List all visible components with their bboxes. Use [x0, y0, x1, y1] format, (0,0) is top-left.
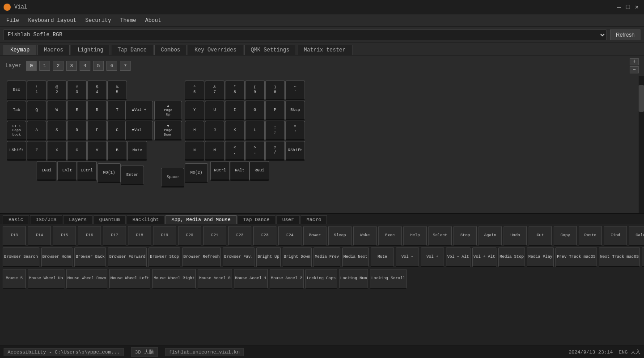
grid-key-0-21[interactable]: Cut: [529, 226, 552, 246]
key-F[interactable]: F: [87, 121, 107, 141]
key-slash[interactable]: ? /: [265, 141, 285, 161]
key-I[interactable]: I: [225, 101, 245, 120]
grid-key-2-5[interactable]: Mouse Accel 0: [198, 269, 232, 289]
menu-about[interactable]: About: [140, 16, 165, 26]
tab-matrix-tester[interactable]: Matrix tester: [297, 45, 352, 55]
key-Y[interactable]: Y: [185, 101, 204, 120]
layer-button-5[interactable]: 5: [93, 61, 104, 71]
layer-add-button[interactable]: +: [630, 58, 639, 65]
key-Q[interactable]: Q: [27, 101, 47, 120]
taskbar-item-vial[interactable]: f1shlab_unicorne_vial.kn: [165, 348, 244, 356]
key-VolUp[interactable]: ▲Vol +: [125, 101, 153, 120]
key-K[interactable]: K: [225, 121, 245, 141]
grid-key-1-1[interactable]: Browser Home: [41, 247, 73, 267]
key-X[interactable]: X: [47, 141, 67, 161]
grid-key-0-2[interactable]: F15: [53, 226, 76, 246]
layer-remove-button[interactable]: −: [630, 66, 639, 73]
grid-key-0-9[interactable]: F22: [228, 226, 251, 246]
key-2[interactable]: @ 2: [47, 81, 67, 100]
key-Bksp[interactable]: Bksp: [285, 101, 305, 120]
bottom-tab-quantum[interactable]: Quantum: [93, 215, 126, 224]
grid-key-0-19[interactable]: Again: [479, 226, 502, 246]
layer-button-7[interactable]: 7: [120, 61, 131, 71]
grid-key-1-20[interactable]: Eject: [642, 247, 644, 267]
key-Mute[interactable]: Mute: [127, 141, 147, 161]
grid-key-0-18[interactable]: Stop: [453, 226, 477, 246]
layer-button-2[interactable]: 2: [53, 61, 64, 71]
grid-key-2-4[interactable]: Mouse Wheel Right: [152, 269, 196, 289]
key-7[interactable]: & 7: [205, 81, 225, 100]
key-3[interactable]: # 3: [67, 81, 87, 100]
grid-key-0-0[interactable]: F13: [3, 226, 26, 246]
grid-key-0-8[interactable]: F21: [203, 226, 226, 246]
grid-key-1-18[interactable]: Prev Track macOS: [555, 247, 597, 267]
key-S[interactable]: S: [47, 121, 67, 141]
close-button[interactable]: ✕: [633, 4, 640, 11]
grid-key-1-3[interactable]: Browser Forward: [108, 247, 147, 267]
layer-button-6[interactable]: 6: [106, 61, 117, 71]
key-LT1CapsLock[interactable]: LT 1 Caps Lock: [7, 121, 26, 141]
key-R[interactable]: R: [87, 101, 107, 120]
key-A[interactable]: A: [27, 121, 47, 141]
bottom-tab-iso-jis[interactable]: ISO/JIS: [30, 215, 62, 224]
key-P[interactable]: P: [265, 101, 285, 120]
grid-key-0-5[interactable]: F18: [128, 226, 151, 246]
grid-key-2-0[interactable]: Mouse 5: [3, 269, 26, 289]
tab-tap-dance[interactable]: Tap Dance: [111, 45, 153, 55]
grid-key-1-5[interactable]: Browser Refresh: [182, 247, 221, 267]
key-J[interactable]: J: [205, 121, 225, 141]
grid-key-0-12[interactable]: Power: [303, 226, 326, 246]
grid-key-2-3[interactable]: Mouse Wheel Left: [109, 269, 150, 289]
grid-key-1-11[interactable]: Mute: [371, 247, 394, 267]
bottom-tab-app-media-mouse[interactable]: App, Media and Mouse: [165, 215, 236, 224]
grid-key-0-4[interactable]: F17: [103, 226, 126, 246]
tab-qmk-settings[interactable]: QMK Settings: [244, 45, 296, 55]
grid-key-1-15[interactable]: Vol + Alt: [472, 247, 497, 267]
grid-key-1-10[interactable]: Media Next: [342, 247, 369, 267]
grid-key-1-16[interactable]: Media Stop: [498, 247, 525, 267]
key-M[interactable]: M: [205, 141, 225, 161]
grid-key-2-1[interactable]: Mouse Wheel Up: [28, 269, 64, 289]
key-RCtrl[interactable]: RCtrl: [210, 161, 230, 181]
grid-key-1-0[interactable]: Browser Search: [3, 247, 39, 267]
key-PgUp[interactable]: ▲ Page Up: [154, 101, 182, 120]
grid-key-0-16[interactable]: Help: [403, 226, 427, 246]
grid-key-0-24[interactable]: Find: [604, 226, 627, 246]
key-N[interactable]: N: [185, 141, 204, 161]
keyboard-scrollbar[interactable]: [639, 76, 644, 213]
key-Tab[interactable]: Tab: [7, 101, 26, 120]
key-comma[interactable]: < ,: [225, 141, 245, 161]
key-LShift[interactable]: LShift: [7, 141, 26, 161]
key-period[interactable]: > .: [245, 141, 265, 161]
grid-key-1-13[interactable]: Vol +: [421, 247, 444, 267]
key-5[interactable]: % 5: [107, 81, 127, 100]
grid-key-2-2[interactable]: Mouse Wheel Down: [66, 269, 107, 289]
grid-key-0-23[interactable]: Paste: [579, 226, 602, 246]
grid-key-0-10[interactable]: F23: [253, 226, 276, 246]
refresh-button[interactable]: Refresh: [610, 30, 640, 40]
grid-key-1-8[interactable]: Bright Down: [283, 247, 312, 267]
grid-key-1-9[interactable]: Media Prev: [314, 247, 340, 267]
tab-macros[interactable]: Macros: [37, 45, 70, 55]
key-T[interactable]: T: [107, 101, 127, 120]
key-6[interactable]: ^ 6: [185, 81, 204, 100]
grid-key-2-7[interactable]: Mouse Accel 2: [270, 269, 304, 289]
grid-key-0-3[interactable]: F16: [78, 226, 101, 246]
key-B[interactable]: B: [107, 141, 127, 161]
grid-key-2-8[interactable]: Locking Caps: [305, 269, 337, 289]
grid-key-0-7[interactable]: F20: [178, 226, 201, 246]
key-E[interactable]: E: [67, 101, 87, 120]
key-0[interactable]: ) 0: [265, 81, 285, 100]
key-Enter[interactable]: Enter: [121, 166, 144, 185]
key-V[interactable]: V: [87, 141, 107, 161]
grid-key-0-25[interactable]: Calc: [629, 226, 644, 246]
layer-button-0[interactable]: 0: [26, 61, 37, 71]
key-9[interactable]: ( 9: [245, 81, 265, 100]
key-U[interactable]: U: [205, 101, 225, 120]
grid-key-1-17[interactable]: Media Play: [527, 247, 554, 267]
menu-theme[interactable]: Theme: [115, 16, 140, 26]
key-MO1[interactable]: MO(1): [97, 163, 121, 183]
grid-key-2-9[interactable]: Locking Num: [339, 269, 368, 289]
grid-key-0-11[interactable]: F24: [278, 226, 301, 246]
bottom-tab-backlight[interactable]: Backlight: [127, 215, 165, 224]
